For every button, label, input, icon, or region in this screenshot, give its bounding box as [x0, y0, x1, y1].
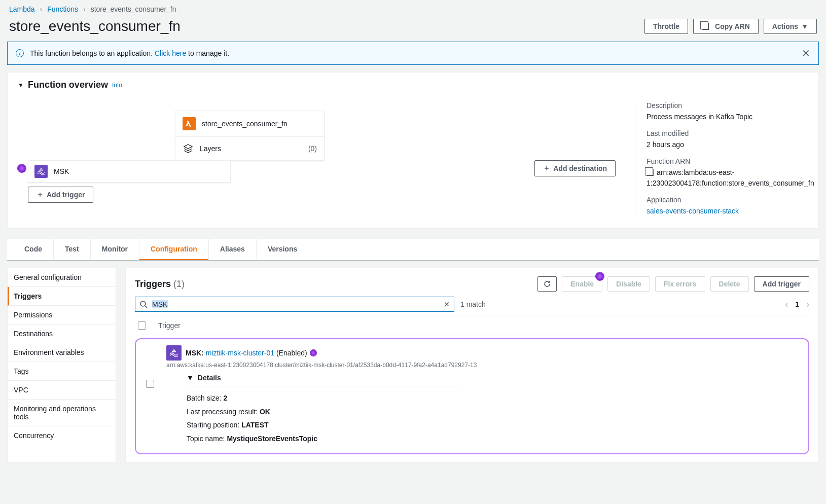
tab-aliases[interactable]: Aliases [208, 239, 256, 260]
chevron-right-icon: › [83, 5, 86, 13]
trigger-card-label: MSK [54, 167, 69, 175]
banner-text: This function belongs to an application.… [30, 49, 229, 57]
add-trigger-label: Add trigger [47, 191, 85, 199]
prev-page-icon[interactable]: ‹ [785, 299, 788, 310]
function-arn-value: arn:aws:lambda:us-east-1:230023004178:fu… [647, 167, 808, 189]
topic-name-value: MystiqueStoreEventsTopic [227, 435, 317, 443]
chevron-right-icon: › [40, 5, 43, 13]
pagination: ‹ 1 › [785, 299, 809, 310]
last-modified-label: Last modified [647, 129, 808, 137]
description-value: Process messages in Kafka Topic [647, 112, 808, 122]
refresh-icon [543, 280, 551, 288]
sidebar-item-triggers[interactable]: Triggers [8, 287, 116, 306]
clear-search-icon[interactable]: ✕ [444, 300, 450, 308]
add-destination-button[interactable]: ＋ Add destination [534, 160, 616, 176]
delete-button[interactable]: Delete [710, 276, 749, 292]
function-card-name: store_events_consumer_fn [202, 120, 288, 128]
details-label: Details [198, 374, 221, 382]
close-icon[interactable]: ✕ [802, 48, 810, 58]
match-count: 1 match [460, 300, 486, 308]
copy-arn-label: Copy ARN [715, 22, 750, 30]
sidebar-item-concurrency[interactable]: Concurrency [8, 426, 116, 445]
info-banner: i This function belongs to an applicatio… [7, 42, 819, 65]
caret-down-icon[interactable]: ▼ [18, 82, 24, 89]
description-label: Description [647, 101, 808, 110]
copy-icon[interactable] [647, 169, 654, 176]
trigger-card-msk[interactable]: MSK [28, 160, 231, 183]
select-all-checkbox[interactable] [138, 321, 146, 330]
annotation-dot [310, 350, 316, 356]
plus-icon: ＋ [543, 164, 550, 173]
sidebar-item-general[interactable]: General configuration [8, 268, 116, 287]
application-link[interactable]: sales-events-consumer-stack [647, 207, 739, 215]
page-number: 1 [795, 300, 799, 308]
tab-test[interactable]: Test [53, 239, 90, 260]
caret-down-icon: ▼ [187, 374, 194, 382]
add-destination-label: Add destination [553, 164, 607, 172]
tab-bar: Code Test Monitor Configuration Aliases … [7, 239, 819, 261]
trigger-arn: arn:aws:kafka:us-east-1:230023004178:clu… [166, 362, 798, 369]
overview-title: Function overview [28, 80, 108, 90]
next-page-icon[interactable]: › [806, 299, 809, 310]
annotation-dot [596, 272, 604, 280]
layers-count: (0) [308, 145, 317, 153]
sidebar-item-permissions[interactable]: Permissions [8, 306, 116, 325]
trigger-service: MSK: [186, 349, 204, 357]
overview-details: Description Process messages in Kafka To… [636, 101, 808, 218]
triggers-table-header: Trigger [135, 316, 809, 335]
details-toggle[interactable]: ▼ Details [187, 374, 460, 386]
starting-position-value: LATEST [241, 421, 268, 429]
tab-versions[interactable]: Versions [256, 239, 308, 260]
actions-button[interactable]: Actions ▼ [764, 19, 817, 34]
search-value: MSK [152, 300, 168, 308]
triggers-title: Triggers (1) [135, 279, 185, 290]
breadcrumb-functions[interactable]: Functions [47, 5, 78, 13]
sidebar-item-destinations[interactable]: Destinations [8, 325, 116, 343]
row-checkbox[interactable] [146, 380, 154, 388]
sidebar-item-env-vars[interactable]: Environment variables [8, 343, 116, 362]
refresh-button[interactable] [537, 276, 557, 292]
fix-errors-button[interactable]: Fix errors [655, 276, 705, 292]
breadcrumb-current: store_events_consumer_fn [91, 5, 176, 13]
tab-monitor[interactable]: Monitor [90, 239, 139, 260]
layers-label: Layers [200, 145, 221, 153]
search-icon [139, 300, 148, 308]
info-link[interactable]: Info [112, 82, 122, 89]
triggers-panel: Triggers (1) Enable Disable Fix errors D… [125, 268, 819, 463]
msk-icon [34, 165, 48, 178]
config-sidebar: General configuration Triggers Permissio… [7, 268, 116, 463]
caret-down-icon: ▼ [801, 22, 808, 30]
actions-label: Actions [772, 22, 798, 30]
copy-arn-button[interactable]: Copy ARN [693, 19, 759, 34]
layers-icon [183, 143, 194, 154]
disable-button[interactable]: Disable [607, 276, 650, 292]
page-title: store_events_consumer_fn [9, 18, 181, 34]
trigger-status: (Enabled) [276, 349, 307, 357]
overview-diagram: store_events_consumer_fn Layers (0) [18, 101, 626, 218]
trigger-details: Batch size: 2 Last processing result: OK… [187, 391, 798, 445]
msk-icon [166, 345, 182, 361]
add-trigger-button[interactable]: ＋ Add trigger [28, 187, 93, 203]
breadcrumb: Lambda › Functions › store_events_consum… [7, 0, 819, 16]
sidebar-item-monitoring-tools[interactable]: Monitoring and operations tools [8, 400, 116, 426]
triggers-count: (1) [173, 279, 185, 289]
copy-icon [702, 23, 709, 30]
sidebar-item-vpc[interactable]: VPC [8, 381, 116, 400]
search-input[interactable] [172, 300, 440, 308]
breadcrumb-lambda[interactable]: Lambda [9, 5, 35, 13]
layers-row[interactable]: Layers (0) [175, 136, 324, 160]
throttle-button[interactable]: Throttle [644, 19, 688, 34]
lambda-icon [183, 117, 196, 130]
function-card[interactable]: store_events_consumer_fn Layers (0) [175, 111, 325, 161]
function-overview-panel: ▼ Function overview Info store_events_co… [7, 72, 819, 229]
annotation-dot [18, 164, 26, 172]
trigger-cluster-link[interactable]: miztiik-msk-cluster-01 [206, 349, 274, 357]
tab-configuration[interactable]: Configuration [139, 239, 208, 260]
sidebar-item-tags[interactable]: Tags [8, 362, 116, 381]
tab-code[interactable]: Code [13, 239, 53, 260]
search-input-wrapper[interactable]: MSK ✕ [135, 297, 454, 312]
add-trigger-button-2[interactable]: Add trigger [754, 276, 809, 292]
banner-link[interactable]: Click here [155, 49, 186, 57]
info-icon: i [16, 49, 24, 57]
last-modified-value: 2 hours ago [647, 139, 808, 150]
